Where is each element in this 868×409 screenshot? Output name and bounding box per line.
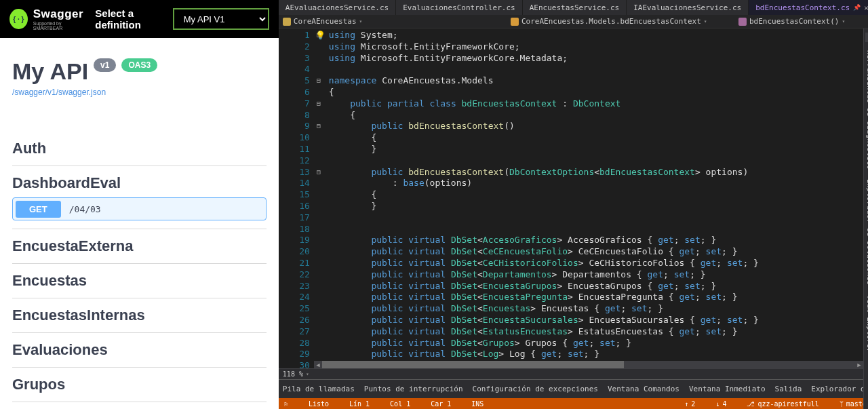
status-bar: ⚐ Listo Lín 1 Col 1 Car 1 INS ↑ 2 ↓ 4 ⎇ … bbox=[279, 398, 868, 409]
operation-path: /04/03 bbox=[69, 204, 101, 214]
panel-tab[interactable]: Puntos de interrupción bbox=[364, 385, 463, 393]
panel-tab[interactable]: Explorador del Ejecutador de tareas bbox=[811, 385, 868, 393]
definition-select[interactable]: My API V1 bbox=[173, 8, 269, 30]
right-tool-tabs: Herramientas de diagnósticoExplorador de… bbox=[863, 28, 868, 409]
section-evaluaciones[interactable]: Evaluaciones bbox=[12, 333, 267, 368]
editor-tab[interactable]: bdEncuestasContext.cs📌✕ bbox=[749, 0, 868, 15]
section-encuestas[interactable]: Encuestas bbox=[12, 264, 267, 298]
editor-tab[interactable]: EvaluacionesController.cs bbox=[396, 0, 523, 15]
swagger-logo[interactable]: Swagger Supported by SMARTBEAR bbox=[9, 8, 85, 31]
lightbulb-icon[interactable]: 💡 bbox=[315, 31, 326, 40]
section-title[interactable]: Evaluaciones bbox=[12, 341, 267, 359]
zoom-control[interactable]: 118 %▾ bbox=[283, 370, 309, 378]
crumb-namespace[interactable]: CoreAEncuestas.Models.bdEncuestasContext… bbox=[511, 17, 733, 26]
panel-tab[interactable]: Ventana Comandos bbox=[608, 385, 679, 393]
section-encuestasinternas[interactable]: EncuestasInternas bbox=[12, 298, 267, 333]
spec-link[interactable]: /swagger/v1/swagger.json bbox=[12, 87, 106, 97]
bottom-panels: Pila de llamadasPuntos de interrupciónCo… bbox=[279, 379, 868, 398]
section-encuestaexterna[interactable]: EncuestaExterna bbox=[12, 229, 267, 264]
panel-tab[interactable]: Pila de llamadas bbox=[283, 385, 355, 393]
section-title[interactable]: DashboardEval bbox=[12, 174, 267, 192]
version-badge: v1 bbox=[94, 58, 116, 72]
logo-subtitle: Supported by SMARTBEAR bbox=[33, 21, 86, 31]
section-title[interactable]: EncuestaExterna bbox=[12, 237, 267, 255]
swagger-panel: Swagger Supported by SMARTBEAR Select a … bbox=[0, 0, 279, 409]
vs-panel: AEvaluacionesService.csEvaluacionesContr… bbox=[279, 0, 868, 409]
breadcrumb-bar: CoreAEncuestas▾ CoreAEncuestas.Models.bd… bbox=[279, 15, 868, 28]
section-title[interactable]: Grupos bbox=[12, 376, 267, 393]
section-auth[interactable]: Auth bbox=[12, 132, 267, 166]
git-pull[interactable]: ↓ 4 bbox=[715, 400, 726, 408]
section-grupos[interactable]: Grupos bbox=[12, 368, 267, 402]
git-repo[interactable]: ⎇ qzz-apirestfull bbox=[747, 400, 818, 408]
status-ready: Listo bbox=[309, 400, 329, 408]
crumb-project[interactable]: CoreAEncuestas▾ bbox=[283, 17, 505, 26]
panel-tab[interactable]: Configuración de excepciones bbox=[473, 385, 598, 393]
swagger-icon bbox=[9, 9, 28, 29]
select-definition-label: Select a definition bbox=[95, 7, 163, 31]
namespace-icon bbox=[511, 18, 519, 26]
git-push[interactable]: ↑ 2 bbox=[684, 400, 695, 408]
status-char: Car 1 bbox=[431, 400, 451, 408]
editor-tab[interactable]: AEncuestasService.cs bbox=[523, 0, 627, 15]
operation-row[interactable]: GET/04/03 bbox=[12, 197, 267, 220]
editor-tab[interactable]: AEvaluacionesService.cs bbox=[279, 0, 396, 15]
panel-tab[interactable]: Ventana Inmediato bbox=[689, 385, 766, 393]
project-icon bbox=[283, 18, 291, 26]
section-title[interactable]: Encuestas bbox=[12, 272, 267, 290]
status-line: Lín 1 bbox=[349, 400, 370, 408]
logo-title: Swagger bbox=[33, 8, 86, 20]
section-dashboardeval[interactable]: DashboardEvalGET/04/03 bbox=[12, 166, 267, 229]
code-area: 💡 12345678910111213141516171819202122232… bbox=[279, 28, 868, 409]
swagger-header: Swagger Supported by SMARTBEAR Select a … bbox=[0, 0, 279, 38]
editor-tabs: AEvaluacionesService.csEvaluacionesContr… bbox=[279, 0, 868, 15]
code-editor[interactable]: using System;using Microsoft.EntityFrame… bbox=[323, 28, 868, 409]
editor-tab[interactable]: IAEvaluacionesService.cs bbox=[627, 0, 749, 15]
close-icon[interactable]: ✕ bbox=[864, 3, 868, 12]
http-method-badge: GET bbox=[16, 201, 61, 218]
chevron-down-icon: ▾ bbox=[704, 18, 707, 24]
crumb-method[interactable]: bdEncuestasContext()▾ bbox=[738, 17, 868, 26]
oas-badge: OAS3 bbox=[121, 58, 157, 72]
api-title: My API bbox=[12, 58, 88, 85]
chevron-down-icon: ▾ bbox=[842, 18, 845, 24]
method-icon bbox=[738, 18, 747, 26]
flag-icon[interactable]: ⚐ bbox=[284, 400, 288, 408]
editor-footer: 118 %▾ bbox=[279, 368, 863, 379]
swagger-body: My API v1 OAS3 /swagger/v1/swagger.json … bbox=[0, 38, 279, 409]
line-gutter: 1234567891011121314151617181920212223242… bbox=[279, 28, 314, 409]
pin-icon[interactable]: 📌 bbox=[853, 4, 861, 11]
status-ins: INS bbox=[471, 400, 484, 408]
section-preguntas[interactable]: Preguntas bbox=[12, 402, 267, 409]
chevron-down-icon: ▾ bbox=[359, 18, 363, 24]
section-title[interactable]: EncuestasInternas bbox=[12, 307, 267, 324]
status-col: Col 1 bbox=[390, 400, 410, 408]
expand-icon[interactable] bbox=[865, 33, 868, 42]
section-title[interactable]: Auth bbox=[12, 140, 267, 157]
panel-tab[interactable]: Salida bbox=[775, 385, 802, 393]
fold-gutter: ⊟⊟⊟⊟⊟ bbox=[314, 28, 323, 409]
